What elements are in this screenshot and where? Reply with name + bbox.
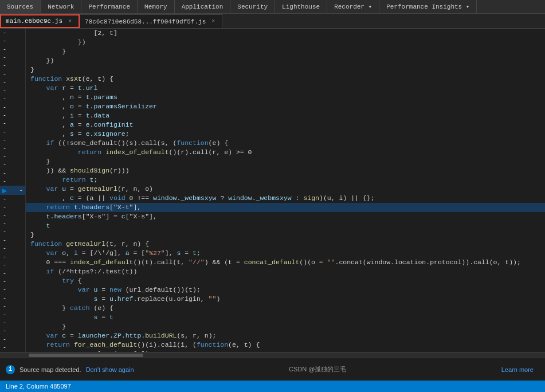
code-line-10: , i = t.data: [26, 111, 545, 120]
gutter-row-24: -: [0, 219, 25, 228]
code-line-27: if (/^https?:/.test(t)): [26, 267, 545, 276]
gutter-row-27: -: [0, 245, 25, 253]
fold-sym-4: -: [0, 54, 9, 61]
nav-recorder[interactable]: Recorder ▾: [327, 0, 379, 13]
fold-sym-6: -: [0, 71, 9, 77]
gutter-row-36: -: [0, 319, 25, 327]
nav-memory[interactable]: Memory: [138, 0, 175, 13]
gutter-row-9: -: [0, 95, 25, 103]
tab-main-js[interactable]: main.e6b0c9c.js ×: [0, 14, 80, 28]
tab-close-secondary[interactable]: ×: [209, 18, 217, 26]
fold-sym-17: -: [0, 162, 9, 168]
code-line-30: s = u.href.replace(u.origin, ""): [26, 295, 545, 304]
code-line-17: return t;: [26, 175, 545, 185]
fold-sym-29: -: [0, 262, 9, 268]
code-line-16: )) && shouldSign(r))): [26, 166, 545, 175]
fold-sym-18: -: [0, 170, 9, 177]
horizontal-scrollbar[interactable]: [0, 352, 545, 358]
gutter-row-32: -: [0, 286, 25, 294]
gutter-row-38: -: [0, 335, 25, 343]
gutter-row-19: -: [0, 178, 25, 186]
fold-sym-2: -: [0, 38, 9, 44]
gutter-row-18: -: [0, 169, 25, 177]
code-line-26: 0 === index_of_default()(t).call(t, "//"…: [26, 258, 545, 267]
scrollbar-thumb[interactable]: [29, 354, 143, 357]
fold-sym-9: -: [0, 96, 9, 102]
nav-sources[interactable]: Sources: [0, 0, 41, 13]
fold-sym-23: -: [0, 213, 9, 219]
gutter-row-34: -: [0, 303, 25, 311]
nav-lighthouse[interactable]: Lighthouse: [275, 0, 327, 13]
tab-secondary-js[interactable]: 78c6c8710e86d58...ff904f9df5f.js ×: [80, 14, 222, 28]
code-line-31: } catch (e) {: [26, 304, 545, 313]
gutter-row-3: -: [0, 45, 25, 53]
code-line-25: var o, i = [/\'/g], a = ["%27"], s = t;: [26, 249, 545, 258]
fold-sym-22: -: [0, 204, 9, 210]
nav-security[interactable]: Security: [230, 0, 275, 13]
gutter-row-exec: ▶ -: [0, 186, 25, 195]
gutter-row-37: -: [0, 327, 25, 335]
fold-sym-32: -: [0, 287, 9, 293]
gutter-row-30: -: [0, 269, 25, 277]
code-line-21: t.headers["X-s"] = c["X-s"],: [26, 212, 545, 221]
gutter-row-11: -: [0, 111, 25, 119]
nav-application[interactable]: Application: [175, 0, 231, 13]
fold-sym-39: -: [0, 344, 9, 351]
gutter-row-25: -: [0, 228, 25, 236]
code-line-19: , c = (a || void 0 !== window._webmsxyw …: [26, 194, 545, 203]
gutter-row-23: -: [0, 211, 25, 219]
watermark-text: CSDN @孤独的三毛: [289, 365, 346, 374]
nav-network[interactable]: Network: [41, 0, 81, 13]
fold-sym-25: -: [0, 229, 9, 235]
dont-show-link[interactable]: Don't show again: [86, 366, 134, 373]
tab-close-main[interactable]: ×: [66, 17, 74, 25]
fold-sym-13: -: [0, 129, 9, 135]
gutter-row-31: -: [0, 277, 25, 285]
fold-sym-21: -: [0, 196, 9, 202]
code-line-5: }: [26, 65, 545, 75]
code-line-8: , n = t.params: [26, 93, 545, 102]
gutter-row-39: -: [0, 344, 25, 352]
fold-sym-33: -: [0, 295, 9, 301]
fold-sym-34: -: [0, 303, 9, 309]
gutter-row-33: -: [0, 294, 25, 302]
gutter-row-12: -: [0, 120, 25, 128]
gutter-row-5: -: [0, 62, 25, 70]
gutter-row-6: -: [0, 70, 25, 78]
code-line-13: if ((!some_default()(s).call(s, (functio…: [26, 139, 545, 148]
status-bar: i Source map detected. Don't show again …: [0, 358, 545, 381]
gutter-row-17: -: [0, 161, 25, 169]
code-line-6: function xsXt(e, t) {: [26, 75, 545, 84]
fold-sym-1: -: [0, 30, 9, 36]
code-line-14: return index_of_default()(r).call(r, e) …: [26, 148, 545, 157]
gutter-row-10: -: [0, 103, 25, 111]
code-line-23: }: [26, 230, 545, 240]
code-line-11: , a = e.configInit: [26, 120, 545, 130]
gutter-row-26: -: [0, 236, 25, 244]
gutter-row-22: -: [0, 203, 25, 211]
fold-sym-8: -: [0, 88, 9, 94]
learn-more-link[interactable]: Learn more: [501, 366, 534, 373]
nav-perf-insights[interactable]: Performance Insights ▾: [379, 0, 477, 13]
fold-sym-12: -: [0, 120, 9, 127]
fold-sym-36: -: [0, 320, 9, 326]
fold-sym-3: -: [0, 46, 9, 53]
exec-arrow-icon: ▶: [0, 186, 9, 195]
fold-sym-31: -: [0, 279, 9, 285]
editor-area: - - - - - - - -: [0, 29, 545, 352]
bottom-bar: Line 2, Column 485097: [0, 381, 545, 392]
gutter-row-16: -: [0, 152, 25, 160]
code-line-35: return for_each_default()(i).call(i, (fu…: [26, 340, 545, 350]
fold-sym-37: -: [0, 328, 9, 334]
source-map-text: Source map detected.: [19, 366, 81, 373]
fold-sym-27: -: [0, 245, 9, 252]
code-line-24: function getRealUrl(t, r, n) {: [26, 240, 545, 249]
nav-performance[interactable]: Performance: [81, 0, 138, 13]
code-line-18: var u = getRealUrl(r, n, o): [26, 185, 545, 194]
fold-sym-15: -: [0, 146, 9, 152]
code-content: [2, t] }) } }) } function xsXt(e, t) { v…: [26, 29, 545, 352]
gutter-row-28: -: [0, 253, 25, 261]
code-line-15: }: [26, 157, 545, 166]
fold-sym-7: -: [0, 79, 9, 85]
fold-sym-35: -: [0, 312, 9, 318]
